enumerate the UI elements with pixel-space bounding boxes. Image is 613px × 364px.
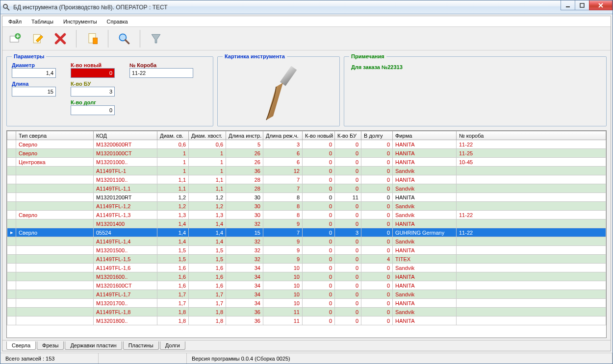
cell-box[interactable]	[457, 202, 606, 211]
cell-kn[interactable]: 0	[303, 228, 335, 237]
cell-kb[interactable]: 11	[335, 193, 361, 202]
cell-kn[interactable]: 0	[303, 299, 335, 308]
cell-firm[interactable]: Sandvik	[393, 308, 457, 316]
cell-code[interactable]: M13201600..	[94, 272, 157, 281]
cell-d1[interactable]: 1,1	[157, 175, 189, 184]
cell-d4[interactable]: 8	[263, 193, 303, 202]
cell-code[interactable]: M13201700..	[94, 299, 157, 308]
menu-help[interactable]: Справка	[102, 17, 133, 26]
cell-firm[interactable]: GUHRING Germany	[393, 228, 457, 237]
cell-code[interactable]: A1149TFL-1,8	[94, 308, 157, 316]
cell-d2[interactable]: 1,4	[189, 228, 226, 237]
cell-box[interactable]	[457, 246, 606, 255]
minimize-button[interactable]	[561, 0, 575, 10]
cell-d3[interactable]: 34	[226, 264, 263, 272]
edit-button[interactable]	[27, 29, 49, 49]
cell-firm[interactable]: HANITA	[393, 316, 457, 325]
cell-d4[interactable]: 7	[263, 228, 303, 237]
cell-code[interactable]: M13201500..	[94, 246, 157, 255]
cell-d3[interactable]: 32	[226, 255, 263, 264]
cell-d4[interactable]: 7	[263, 175, 303, 184]
cell-firm[interactable]: TITEX	[393, 255, 457, 264]
table-row[interactable]: A1149TFL-1,41,41,4329000Sandvik	[7, 237, 606, 246]
cell-code[interactable]: A1149TFL-1	[94, 167, 157, 175]
cell-d3[interactable]: 28	[226, 184, 263, 193]
cell-dolg[interactable]: 0	[361, 202, 393, 211]
tab-debts[interactable]: Долги	[160, 341, 185, 350]
table-row[interactable]: A1149TFL-1,71,71,73410000Sandvik	[7, 290, 606, 299]
cell-type[interactable]	[16, 255, 94, 264]
delete-button[interactable]	[50, 29, 71, 49]
cell-code[interactable]: M13201200RT	[94, 193, 157, 202]
cell-d1[interactable]: 1,5	[157, 246, 189, 255]
col-d4[interactable]: Длина реж.ч.	[263, 131, 303, 140]
cell-code[interactable]: A1149TFL-1,3	[94, 211, 157, 219]
cell-d1[interactable]: 1,6	[157, 272, 189, 281]
cell-d2[interactable]: 0,6	[189, 140, 226, 149]
cell-d1[interactable]: 1,5	[157, 255, 189, 264]
table-row[interactable]: M13201600CT1,61,63410000HANITA	[7, 281, 606, 290]
cell-type[interactable]	[16, 308, 94, 316]
cell-kb[interactable]: 3	[335, 228, 361, 237]
cell-type[interactable]	[16, 272, 94, 281]
cell-kb[interactable]: 0	[335, 246, 361, 255]
cell-type[interactable]: Центровка	[16, 158, 94, 167]
cell-d3[interactable]: 32	[226, 219, 263, 228]
cell-d1[interactable]: 0,6	[157, 140, 189, 149]
cell-kb[interactable]: 0	[335, 175, 361, 184]
table-row[interactable]: M132014001,41,4329000HANITA	[7, 219, 606, 228]
cell-box[interactable]	[457, 290, 606, 299]
cell-d1[interactable]: 1,6	[157, 264, 189, 272]
table-row[interactable]: M13201800..1,81,83611000HANITA	[7, 316, 606, 325]
cell-d1[interactable]: 1,2	[157, 193, 189, 202]
cell-d3[interactable]: 36	[226, 316, 263, 325]
cell-d4[interactable]: 8	[263, 211, 303, 219]
cell-kn[interactable]: 0	[303, 272, 335, 281]
maximize-button[interactable]	[575, 0, 589, 10]
search-button[interactable]	[113, 29, 135, 49]
cell-kn[interactable]: 0	[303, 308, 335, 316]
cell-d3[interactable]: 26	[226, 158, 263, 167]
table-row[interactable]: A1149TFL-1,81,81,83611000Sandvik	[7, 308, 606, 316]
filter-button[interactable]	[145, 29, 167, 49]
cell-type[interactable]	[16, 299, 94, 308]
cell-firm[interactable]: HANITA	[393, 281, 457, 290]
cell-kb[interactable]: 0	[335, 211, 361, 219]
cell-type[interactable]	[16, 219, 94, 228]
cell-kn[interactable]: 0	[303, 255, 335, 264]
col-firm[interactable]: Фирма	[393, 131, 457, 140]
cell-kn[interactable]: 0	[303, 140, 335, 149]
cell-type[interactable]: Сверло	[16, 228, 94, 237]
cell-firm[interactable]: Sandvik	[393, 167, 457, 175]
cell-type[interactable]	[16, 184, 94, 193]
cell-d4[interactable]: 6	[263, 158, 303, 167]
cell-dolg[interactable]: 0	[361, 211, 393, 219]
col-kb[interactable]: К-во БУ	[335, 131, 361, 140]
table-row[interactable]: ЦентровкаM13201000..11266000HANITA10-45	[7, 158, 606, 167]
cell-dolg[interactable]: 0	[361, 158, 393, 167]
cell-kb[interactable]: 0	[335, 219, 361, 228]
cell-d4[interactable]: 10	[263, 299, 303, 308]
cell-d4[interactable]: 10	[263, 290, 303, 299]
cell-code[interactable]: A1149TFL-1,6	[94, 264, 157, 272]
col-d3[interactable]: Длина инстр.	[226, 131, 263, 140]
cell-d4[interactable]: 11	[263, 308, 303, 316]
cell-code[interactable]: M13201600CT	[94, 281, 157, 290]
cell-firm[interactable]: Sandvik	[393, 202, 457, 211]
cell-d2[interactable]: 1	[189, 167, 226, 175]
cell-d2[interactable]: 1,2	[189, 202, 226, 211]
tab-drills[interactable]: Сверла	[6, 341, 36, 350]
cell-kb[interactable]: 0	[335, 316, 361, 325]
table-row[interactable]: A1149TFL-1,21,21,2308000Sandvik	[7, 202, 606, 211]
cell-d2[interactable]: 1,3	[189, 211, 226, 219]
cell-kb[interactable]: 0	[335, 255, 361, 264]
cell-d2[interactable]: 1,6	[189, 264, 226, 272]
cell-d1[interactable]: 1,8	[157, 308, 189, 316]
cell-code[interactable]: A1149TFL-1,7	[94, 290, 157, 299]
col-type[interactable]: Тип сверла	[16, 131, 94, 140]
cell-kb[interactable]: 0	[335, 140, 361, 149]
cell-box[interactable]	[457, 299, 606, 308]
length-input[interactable]	[12, 87, 56, 97]
cell-dolg[interactable]: 0	[361, 299, 393, 308]
cell-d2[interactable]: 1,4	[189, 219, 226, 228]
